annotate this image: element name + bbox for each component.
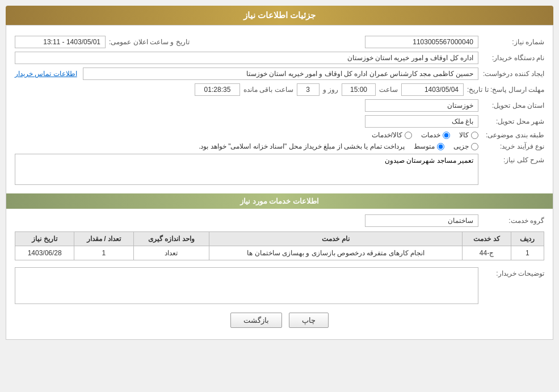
buyer-notes-textarea[interactable]: [15, 267, 478, 304]
deadline-label: مهلت ارسال پاسخ: تا تاریخ:: [467, 86, 544, 94]
creator-value: حسین کاظمی مجد کارشناس عمران اداره کل او…: [83, 68, 478, 80]
deadline-date-value: 1403/05/04: [401, 83, 464, 96]
description-textarea[interactable]: [15, 154, 478, 185]
category-kala-label: کالا: [459, 131, 469, 139]
city-value: باغ ملک: [365, 115, 478, 128]
category-khadamat-radio[interactable]: [443, 132, 450, 139]
category-kala-item: کالا: [459, 131, 478, 139]
process-label: نوع فرآیند خرید:: [482, 142, 544, 150]
print-button[interactable]: چاپ: [289, 313, 329, 328]
category-kala-khadamat-label: کالا/خدمات: [372, 131, 402, 139]
buyer-name-value: اداره کل اوقاف و امور خیریه استان خوزستا…: [15, 52, 478, 64]
col-row-num: ردیف: [511, 232, 544, 246]
process-radio-group: جزیی متوسط: [414, 142, 478, 150]
deadline-remaining-value: 01:28:35: [195, 83, 240, 96]
services-section-title: اطلاعات خدمات مورد نیاز: [6, 193, 553, 209]
col-service-code: کد خدمت: [463, 232, 511, 246]
need-number-value: 1103005567000040: [365, 36, 478, 48]
need-number-label: شماره نیاز:: [482, 38, 544, 46]
process-note: پرداخت تمام یا بخشی از مبلغ خریداز محل "…: [15, 142, 405, 150]
creator-label: ایجاد کننده درخواست:: [482, 70, 544, 78]
city-label: شهر محل تحویل:: [482, 117, 544, 125]
province-label: استان محل تحویل:: [482, 102, 544, 109]
col-quantity: تعداد / مقدار: [74, 232, 133, 246]
services-table: ردیف کد خدمت نام خدمت واحد اندازه گیری ت…: [15, 231, 544, 260]
process-jozei-label: جزیی: [453, 142, 469, 150]
category-label: طبقه بندی موضوعی:: [482, 131, 544, 139]
buyer-name-label: نام دستگاه خریدار:: [482, 54, 544, 62]
cell-service-name: انجام کارهای متفرقه درخصوص بازسازی و بهس…: [209, 246, 463, 260]
deadline-time-label: ساعت: [379, 86, 398, 94]
service-group-label: گروه خدمت:: [482, 217, 544, 225]
cell-service-code: ج-44: [463, 246, 511, 260]
process-motavasset-item: متوسط: [414, 142, 444, 150]
col-date: تاریخ نیاز: [15, 232, 74, 246]
category-khadamat-label: خدمات: [421, 131, 440, 139]
deadline-days-value: 3: [297, 83, 320, 96]
announce-date-value: 1403/05/01 - 13:11: [15, 36, 106, 48]
page-title: جزئیات اطلاعات نیاز: [6, 6, 553, 25]
creator-contact-link[interactable]: اطلاعات تماس خریدار: [15, 70, 77, 78]
deadline-remaining-label: ساعت باقی مانده: [243, 86, 293, 94]
category-khadamat-item: خدمات: [421, 131, 450, 139]
cell-date: 1403/06/28: [15, 246, 74, 260]
deadline-time-value: 15:00: [342, 83, 376, 96]
process-motavasset-label: متوسط: [414, 142, 435, 150]
cell-unit: تعداد: [133, 246, 209, 260]
col-unit: واحد اندازه گیری: [133, 232, 209, 246]
process-jozei-radio[interactable]: [471, 143, 478, 150]
service-group-value: ساختمان: [365, 214, 478, 227]
category-kala-khadamat-item: کالا/خدمات: [372, 131, 412, 139]
back-button[interactable]: بازگشت: [230, 313, 282, 328]
buyer-notes-label: توضیحات خریدار:: [482, 269, 544, 277]
button-bar: چاپ بازگشت: [15, 313, 544, 334]
deadline-days-label: روز و: [323, 86, 338, 94]
cell-quantity: 1: [74, 246, 133, 260]
cell-row-num: 1: [511, 246, 544, 260]
category-kala-khadamat-radio[interactable]: [405, 132, 412, 139]
process-jozei-item: جزیی: [453, 142, 478, 150]
province-value: خوزستان: [365, 99, 478, 112]
process-motavasset-radio[interactable]: [437, 143, 444, 150]
category-radio-group: کالا خدمات کالا/خدمات: [372, 131, 478, 139]
announce-date-label: تاریخ و ساعت اعلان عمومی:: [109, 38, 190, 46]
table-row: 1 ج-44 انجام کارهای متفرقه درخصوص بازساز…: [15, 246, 544, 260]
category-kala-radio[interactable]: [471, 132, 478, 139]
col-service-name: نام خدمت: [209, 232, 463, 246]
description-label: شرح کلی نیاز:: [482, 156, 544, 164]
